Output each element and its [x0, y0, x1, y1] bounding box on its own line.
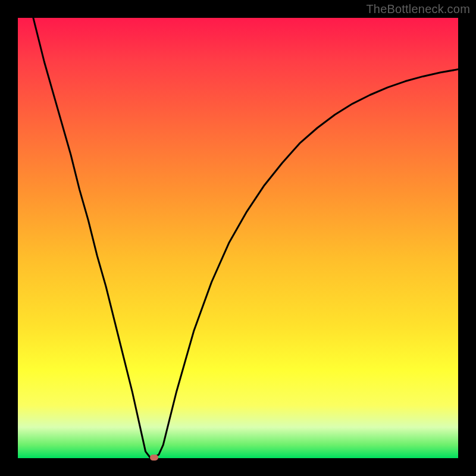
bottleneck-curve — [18, 18, 458, 458]
curve-svg — [18, 18, 458, 458]
attribution-text: TheBottleneck.com — [366, 2, 470, 16]
plot-area — [18, 18, 458, 458]
optimum-marker — [150, 455, 158, 461]
chart-frame: TheBottleneck.com — [0, 0, 476, 476]
